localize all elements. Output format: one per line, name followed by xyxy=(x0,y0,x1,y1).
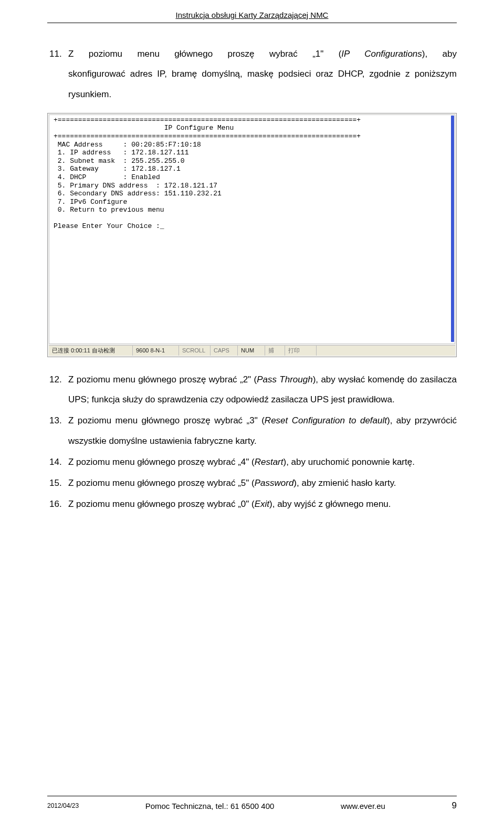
term-prompt: Please Enter Your Choice :_ xyxy=(54,222,164,230)
italic-term: Restart xyxy=(255,457,284,467)
status-scroll: SCROLL xyxy=(179,346,211,356)
status-num: NUM xyxy=(238,346,265,356)
text-part: Z poziomu menu głównego proszę wybrać „3… xyxy=(68,415,265,425)
italic-term: Pass Through xyxy=(257,375,312,384)
list-number: 14. xyxy=(47,452,68,472)
text-part: Z poziomu menu głównego proszę wybrać „0… xyxy=(68,499,255,509)
text-part: ), aby zmienić hasło karty. xyxy=(293,478,396,488)
italic-term: Password xyxy=(255,478,294,488)
scrollbar[interactable] xyxy=(451,116,454,342)
status-caps: CAPS xyxy=(211,346,238,356)
list-number: 12. xyxy=(47,370,68,410)
page-footer: 2012/04/23 Pomoc Techniczna, tel.: 61 65… xyxy=(47,796,457,811)
list-item-13: 13. Z poziomu menu głównego proszę wybra… xyxy=(47,411,457,451)
content-body: 11. Z poziomu menu głównego proszę wybra… xyxy=(47,23,457,515)
list-text: Z poziomu menu głównego proszę wybrać „0… xyxy=(68,494,457,514)
term-line: 2. Subnet mask : 255.255.255.0 xyxy=(54,157,185,165)
text-part: ), aby xyxy=(422,49,457,59)
list-item-15: 15. Z poziomu menu głównego proszę wybra… xyxy=(47,473,457,493)
text-part: ), aby wyjść z głównego menu. xyxy=(269,499,391,509)
term-line: 3. Gateway : 172.18.127.1 xyxy=(54,165,181,173)
term-line: 4. DHCP : Enabled xyxy=(54,173,160,181)
terminal-inner: +=======================================… xyxy=(49,115,455,344)
term-line: +=======================================… xyxy=(54,116,361,124)
list-number: 13. xyxy=(47,411,68,451)
italic-term: Exit xyxy=(255,499,269,509)
status-baud: 9600 8-N-1 xyxy=(133,346,179,356)
list-item-12: 12. Z poziomu menu głównego proszę wybra… xyxy=(47,370,457,410)
text-part: skonfigurować adres IP, bramę domyślną, … xyxy=(68,64,457,105)
list-number: 15. xyxy=(47,473,68,493)
footer-date: 2012/04/23 xyxy=(47,802,79,809)
italic-term: IP Configurations xyxy=(341,49,422,59)
status-conn: 已连接 0:00:11 自动检测 xyxy=(49,346,133,356)
terminal-screenshot: +=======================================… xyxy=(47,113,457,357)
list-item-14: 14. Z poziomu menu głównego proszę wybra… xyxy=(47,452,457,472)
term-line: 1. IP address : 172.18.127.111 xyxy=(54,149,188,157)
list-item-16: 16. Z poziomu menu głównego proszę wybra… xyxy=(47,494,457,514)
text-part: Z poziomu menu głównego proszę wybrać „1… xyxy=(68,49,341,59)
list-text: Z poziomu menu głównego proszę wybrać „2… xyxy=(68,370,457,410)
page-number: 9 xyxy=(452,800,457,811)
status-cap2: 捕 xyxy=(265,346,285,356)
header-title: Instrukcja obsługi Karty Zarządzającej N… xyxy=(47,11,457,23)
term-line: IP Configure Menu xyxy=(54,124,234,132)
text-part: Z poziomu menu głównego proszę wybrać „2… xyxy=(68,375,257,384)
list-text: Z poziomu menu głównego proszę wybrać „5… xyxy=(68,473,457,493)
text-part: Z poziomu menu głównego proszę wybrać „5… xyxy=(68,478,255,488)
list-text: Z poziomu menu głównego proszę wybrać „4… xyxy=(68,452,457,472)
footer-url: www.ever.eu xyxy=(341,802,385,810)
list-text: Z poziomu menu głównego proszę wybrać „3… xyxy=(68,411,457,451)
term-line: +=======================================… xyxy=(54,132,361,140)
term-line: 6. Secondary DNS address: 151.110.232.21 xyxy=(54,190,222,197)
terminal-statusbar: 已连接 0:00:11 自动检测 9600 8-N-1 SCROLL CAPS … xyxy=(49,345,455,356)
term-line: 0. Return to previous menu xyxy=(54,206,164,214)
list-item-11: 11. Z poziomu menu głównego proszę wybra… xyxy=(47,44,457,105)
footer-center: Pomoc Techniczna, tel.: 61 6500 400 xyxy=(145,802,275,810)
term-line: MAC Address : 00:20:85:F7:10:18 xyxy=(54,141,201,149)
list-number: 11. xyxy=(47,44,68,105)
term-line: 7. IPv6 Configure xyxy=(54,198,127,206)
text-part: ), aby uruchomić ponownie kartę. xyxy=(284,457,415,467)
italic-term: Reset Configuration to default xyxy=(265,415,387,425)
status-print: 打印 xyxy=(285,346,317,356)
list-text: Z poziomu menu głównego proszę wybrać „1… xyxy=(68,44,457,105)
list-number: 16. xyxy=(47,494,68,514)
term-line: 5. Primary DNS address : 172.18.121.17 xyxy=(54,182,217,190)
text-part: Z poziomu menu głównego proszę wybrać „4… xyxy=(68,457,255,467)
